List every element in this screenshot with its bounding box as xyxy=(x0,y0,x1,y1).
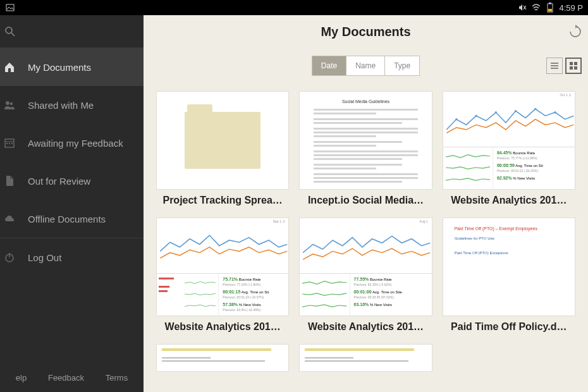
svg-rect-23 xyxy=(574,66,577,70)
document-title: Website Analytics 201… xyxy=(299,321,432,333)
document-card[interactable] xyxy=(299,344,432,372)
sidebar-item-label: Log Out xyxy=(28,252,144,263)
document-thumbnail xyxy=(156,344,289,372)
document-thumbnail: Sep 1, 2 xyxy=(156,217,289,316)
svg-rect-14 xyxy=(11,143,13,144)
svg-line-7 xyxy=(11,33,15,36)
battery-icon xyxy=(545,3,555,13)
svg-point-25 xyxy=(475,115,477,117)
document-card[interactable]: Oct 1, 2 xyxy=(443,91,575,206)
view-list-button[interactable] xyxy=(546,58,563,74)
document-thumbnail: Paid Time Off (PTO) – Exempt Employees G… xyxy=(443,217,575,316)
wifi-icon xyxy=(531,3,541,13)
sidebar-item-label: My Documents xyxy=(28,62,144,73)
document-thumbnail xyxy=(156,91,289,190)
svg-point-24 xyxy=(455,118,457,120)
toolbar: Date Name Type xyxy=(144,51,588,81)
document-card[interactable]: Project Tracking Sprea… xyxy=(156,91,289,206)
home-icon xyxy=(2,59,17,75)
sort-toggle: Date Name Type xyxy=(312,56,420,76)
svg-rect-21 xyxy=(574,62,577,65)
view-grid-button[interactable] xyxy=(565,58,582,74)
sidebar-item-logout[interactable]: Log Out xyxy=(0,238,144,276)
image-icon xyxy=(5,3,15,13)
power-icon xyxy=(2,250,17,265)
page-title: My Documents xyxy=(321,25,410,39)
document-title: Paid Time Off Policy.d… xyxy=(443,321,575,333)
document-thumbnail: Social Media Guidelines xyxy=(299,91,432,190)
content-header: My Documents xyxy=(144,15,588,48)
svg-rect-5 xyxy=(548,9,552,11)
sidebar-item-my-documents[interactable]: My Documents xyxy=(0,48,144,86)
document-card[interactable]: Paid Time Off (PTO) – Exempt Employees G… xyxy=(443,217,575,333)
svg-rect-22 xyxy=(570,66,573,70)
document-card[interactable] xyxy=(156,344,289,372)
refresh-icon[interactable] xyxy=(568,24,583,39)
svg-rect-13 xyxy=(9,143,10,144)
document-title: Website Analytics 201… xyxy=(443,195,575,206)
footer-terms[interactable]: Terms xyxy=(106,373,128,383)
status-time: 4:59 P xyxy=(559,3,583,13)
search-icon[interactable] xyxy=(3,25,18,38)
document-thumbnail: Aug 1 xyxy=(299,217,432,316)
sidebar-item-label: Shared with Me xyxy=(28,100,144,111)
doc-icon xyxy=(2,173,17,188)
sidebar-item-label: Offline Documents xyxy=(28,214,144,224)
svg-point-27 xyxy=(515,110,517,112)
svg-rect-0 xyxy=(6,4,14,11)
document-card[interactable]: Sep 1, 2 xyxy=(156,217,289,333)
document-title: Incept.io Social Media… xyxy=(299,195,432,206)
sidebar-footer: elp Feedback Terms xyxy=(0,363,144,392)
document-card[interactable]: Aug 1 xyxy=(299,217,432,333)
svg-point-8 xyxy=(6,101,9,105)
content: My Documents Date Name Type xyxy=(144,15,588,392)
svg-point-6 xyxy=(6,27,12,34)
sidebar-item-offline[interactable]: Offline Documents xyxy=(0,200,144,238)
status-bar: 4:59 P xyxy=(0,0,588,15)
svg-rect-12 xyxy=(6,143,8,144)
document-title: Website Analytics 201… xyxy=(156,321,289,333)
sort-name-button[interactable]: Name xyxy=(346,56,385,75)
view-toggle xyxy=(546,58,582,74)
sidebar-item-awaiting-feedback[interactable]: Awaiting my Feedback xyxy=(0,124,144,162)
svg-rect-20 xyxy=(570,62,573,65)
sort-type-button[interactable]: Type xyxy=(385,56,419,75)
svg-point-9 xyxy=(10,102,13,105)
documents-grid[interactable]: Project Tracking Sprea… Social Media Gui… xyxy=(144,91,588,392)
sidebar-item-out-for-review[interactable]: Out for Review xyxy=(0,162,144,200)
search-row[interactable] xyxy=(0,15,144,48)
folder-icon xyxy=(185,112,260,169)
svg-point-28 xyxy=(534,108,536,110)
document-card[interactable]: Social Media Guidelines Incept.io Social… xyxy=(299,91,432,206)
document-thumbnail xyxy=(299,344,432,372)
svg-point-29 xyxy=(554,111,556,113)
svg-point-26 xyxy=(494,111,496,113)
document-thumbnail: Oct 1, 2 xyxy=(443,91,575,190)
cloud-icon xyxy=(2,211,17,226)
calendar-icon xyxy=(2,135,17,150)
document-title: Project Tracking Sprea… xyxy=(156,195,289,206)
sort-date-button[interactable]: Date xyxy=(312,56,346,75)
footer-help[interactable]: elp xyxy=(16,373,27,383)
people-icon xyxy=(2,97,17,113)
mute-icon xyxy=(517,3,527,13)
sidebar-item-label: Awaiting my Feedback xyxy=(28,138,144,149)
sidebar-item-label: Out for Review xyxy=(28,176,144,187)
svg-rect-4 xyxy=(549,3,551,4)
sidebar-item-shared[interactable]: Shared with Me xyxy=(0,86,144,124)
sidebar: My Documents Shared with Me Awaiting my … xyxy=(0,15,144,392)
footer-feedback[interactable]: Feedback xyxy=(48,373,84,383)
